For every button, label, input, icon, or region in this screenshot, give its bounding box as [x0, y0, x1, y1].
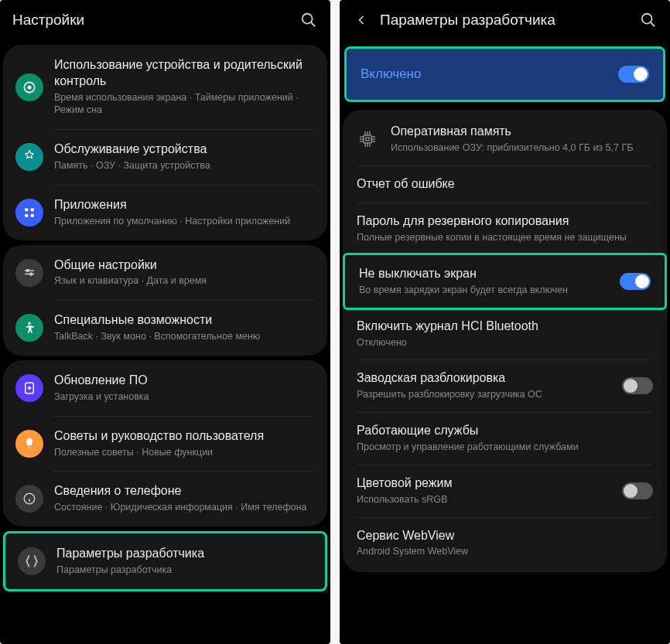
search-icon[interactable] [639, 11, 658, 29]
item-title: Общие настройки [54, 257, 315, 274]
toggle[interactable] [620, 273, 651, 290]
svg-rect-20 [364, 135, 371, 143]
settings-screen: Настройки Использование устройства и род… [0, 0, 330, 644]
wellbeing-icon [15, 73, 43, 101]
item-subtitle: Состояние · Юридическая информация · Имя… [54, 501, 315, 514]
item-text: Отчет об ошибке [357, 176, 653, 193]
item-text: Заводская разблокировкаРазрешить разблок… [357, 370, 622, 401]
item-text: Обслуживание устройстваПамять · ОЗУ · За… [54, 141, 315, 172]
developer-options-screen: Параметры разработчика ВключеноОперативн… [340, 0, 670, 644]
item-title: Сервис WebView [357, 528, 653, 544]
item-title: Сведения о телефоне [54, 483, 315, 499]
item-title: Не выключать экран [359, 266, 620, 282]
about-icon [15, 485, 43, 513]
item-title: Обслуживание устройства [54, 141, 315, 158]
item-text: Обновление ПОЗагрузка и установка [54, 373, 315, 404]
item-subtitle: Полные резервные копии в настоящее время… [357, 231, 653, 244]
settings-item[interactable]: Обслуживание устройстваПамять · ОЗУ · За… [3, 129, 327, 185]
item-text: ПриложенияПриложения по умолчанию · Наст… [54, 197, 315, 228]
item-subtitle: Полезные советы · Новые функции [54, 446, 315, 459]
item-title: Заводская разблокировка [357, 370, 622, 387]
settings-item[interactable]: Общие настройкиЯзык и клавиатура · Дата … [3, 245, 327, 301]
back-icon[interactable] [352, 11, 371, 29]
developer-item[interactable]: Сервис WebViewAndroid System WebView [343, 517, 667, 570]
developer-enabled-toggle[interactable] [618, 66, 649, 83]
toggle[interactable] [622, 377, 653, 394]
item-title: Оперативная память [391, 124, 653, 140]
svg-point-3 [28, 85, 32, 89]
svg-point-10 [26, 269, 29, 271]
settings-item[interactable]: Обновление ПОЗагрузка и установка [3, 360, 327, 416]
chip-icon [357, 128, 378, 150]
settings-title: Настройки [12, 12, 299, 29]
search-icon[interactable] [299, 11, 318, 29]
developer-enabled-label: Включено [361, 66, 421, 82]
item-subtitle: Android System WebView [357, 545, 653, 558]
developer-item[interactable]: Пароль для резервного копированияПолные … [343, 203, 667, 255]
toggle[interactable] [622, 482, 653, 499]
settings-group: Параметры разработчикаПараметры разработ… [3, 531, 327, 591]
developer-item[interactable]: Отчет об ошибке [343, 165, 667, 203]
developer-item[interactable]: Работающие службыПросмотр и управление р… [343, 412, 667, 465]
item-title: Обновление ПО [54, 373, 315, 389]
developer-item[interactable]: Заводская разблокировкаРазрешить разблок… [343, 359, 667, 412]
item-subtitle: Разрешить разблокировку загрузчика ОС [357, 388, 622, 401]
settings-header: Настройки [0, 0, 330, 40]
general-icon [15, 259, 43, 287]
item-title: Советы и руководство пользователя [54, 428, 315, 445]
svg-line-19 [651, 22, 655, 27]
item-text: Специальные возможностиTalkBack · Звук м… [54, 312, 315, 343]
developer-enabled-card[interactable]: Включено [344, 46, 665, 102]
svg-point-6 [25, 213, 29, 217]
item-subtitle: Просмотр и управление работающими служба… [357, 441, 653, 454]
settings-item[interactable]: Специальные возможностиTalkBack · Звук м… [3, 300, 327, 356]
item-title: Работающие службы [357, 423, 653, 439]
item-subtitle: Загрузка и установка [54, 390, 315, 404]
item-title: Приложения [54, 197, 315, 213]
accessibility-icon [15, 314, 43, 342]
settings-item[interactable]: ПриложенияПриложения по умолчанию · Наст… [3, 185, 327, 240]
item-title: Специальные возможности [54, 312, 315, 329]
item-title: Использование устройства и родительский … [54, 57, 315, 90]
item-text: Использование устройства и родительский … [54, 57, 315, 117]
item-text: Включить журнал HCI BluetoothОтключено [357, 319, 653, 349]
settings-item[interactable]: Сведения о телефонеСостояние · Юридическ… [3, 471, 327, 526]
svg-line-1 [311, 22, 316, 27]
svg-point-7 [31, 213, 35, 217]
developer-title: Параметры разработчика [380, 12, 639, 29]
developer-group: Оперативная памятьИспользование ОЗУ: при… [343, 110, 667, 572]
item-subtitle: Приложения по умолчанию · Настройки прил… [54, 215, 315, 228]
item-subtitle: Время использования экрана · Таймеры при… [54, 91, 315, 118]
apps-icon [15, 199, 43, 227]
item-subtitle: Параметры разработчика [56, 564, 313, 577]
highlighted-item: Не выключать экранВо время зарядки экран… [343, 253, 667, 310]
item-subtitle: TalkBack · Звук моно · Вспомогательное м… [54, 330, 315, 343]
item-title: Отчет об ошибке [357, 176, 653, 193]
item-title: Цветовой режим [357, 475, 622, 492]
item-subtitle: Память · ОЗУ · Защита устройства [54, 159, 315, 172]
developer-item[interactable]: Не выключать экранВо время зарядки экран… [345, 255, 665, 308]
svg-point-0 [303, 14, 313, 24]
item-subtitle: Во время зарядки экран будет всегда вклю… [359, 284, 620, 297]
developer-item[interactable]: Цветовой режимИспользовать sRGB [343, 465, 667, 517]
item-text: Сведения о телефонеСостояние · Юридическ… [54, 483, 315, 514]
developer-item[interactable]: Оперативная памятьИспользование ОЗУ: при… [343, 113, 667, 165]
item-subtitle: Отключено [357, 336, 653, 349]
svg-point-11 [30, 273, 32, 275]
developer-item[interactable]: Включить журнал HCI BluetoothОтключено [343, 308, 667, 360]
svg-point-12 [28, 322, 30, 325]
settings-group: Обновление ПОЗагрузка и установкаСоветы … [3, 360, 327, 526]
settings-item[interactable]: Использование устройства и родительский … [3, 45, 327, 129]
item-text: Работающие службыПросмотр и управление р… [357, 423, 653, 454]
item-text: Сервис WebViewAndroid System WebView [357, 528, 653, 559]
svg-point-5 [31, 208, 35, 212]
settings-item[interactable]: Параметры разработчикаПараметры разработ… [5, 533, 325, 589]
item-title: Параметры разработчика [56, 546, 313, 562]
tips-icon [15, 430, 43, 458]
settings-item[interactable]: Советы и руководство пользователяПолезны… [3, 416, 327, 472]
update-icon [15, 374, 43, 402]
developer-icon [18, 547, 46, 575]
item-subtitle: Язык и клавиатура · Дата и время [54, 274, 315, 288]
svg-point-4 [25, 208, 29, 212]
svg-point-18 [642, 14, 652, 24]
